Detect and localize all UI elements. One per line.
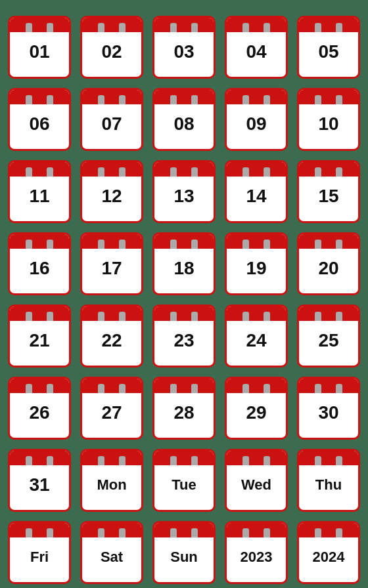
calendar-item-04[interactable]: 04 <box>225 16 288 79</box>
cal-ring-right <box>336 312 342 321</box>
cal-top-bar <box>10 306 69 321</box>
cal-ring-left <box>98 528 104 537</box>
calendar-item-sun[interactable]: Sun <box>152 521 216 584</box>
cal-ring-left <box>242 240 249 249</box>
cal-label: Wed <box>241 465 271 505</box>
cal-ring-right <box>191 312 198 321</box>
cal-ring-left <box>26 167 32 177</box>
calendar-item-fri[interactable]: Fri <box>8 521 71 584</box>
calendar-item-22[interactable]: 22 <box>80 304 143 368</box>
cal-ring-left <box>170 528 177 537</box>
cal-ring-right <box>264 312 270 321</box>
cal-ring-right <box>264 528 270 537</box>
calendar-item-2024[interactable]: 2024 <box>297 521 360 584</box>
cal-ring-right <box>119 240 126 249</box>
calendar-item-29[interactable]: 29 <box>225 377 288 440</box>
cal-ring-right <box>119 528 126 537</box>
cal-top-bar <box>299 162 358 177</box>
cal-label: Mon <box>97 465 126 505</box>
cal-label: 14 <box>246 177 266 216</box>
calendar-item-21[interactable]: 21 <box>8 304 71 368</box>
cal-ring-left <box>315 95 321 104</box>
cal-label: 05 <box>318 32 338 72</box>
calendar-grid: 0102030405060708091011121314151617181920… <box>0 7 368 588</box>
cal-ring-left <box>98 456 104 465</box>
calendar-item-06[interactable]: 06 <box>8 88 71 151</box>
cal-label: 09 <box>246 104 266 144</box>
calendar-item-thu[interactable]: Thu <box>297 449 360 512</box>
cal-ring-right <box>47 240 53 249</box>
calendar-item-2023[interactable]: 2023 <box>225 521 288 584</box>
cal-top-bar <box>299 306 358 321</box>
cal-ring-right <box>336 23 342 32</box>
calendar-item-tue[interactable]: Tue <box>152 449 216 512</box>
calendar-item-wed[interactable]: Wed <box>225 449 288 512</box>
cal-ring-right <box>264 95 270 104</box>
calendar-item-sat[interactable]: Sat <box>80 521 143 584</box>
cal-top-bar <box>227 162 286 177</box>
cal-ring-left <box>315 312 321 321</box>
cal-label: 06 <box>29 104 49 144</box>
cal-ring-left <box>26 384 32 393</box>
cal-ring-right <box>336 167 342 177</box>
calendar-item-01[interactable]: 01 <box>8 16 71 79</box>
cal-ring-left <box>170 312 177 321</box>
cal-ring-right <box>119 456 126 465</box>
cal-ring-left <box>98 240 104 249</box>
calendar-item-26[interactable]: 26 <box>8 377 71 440</box>
cal-ring-right <box>336 456 342 465</box>
calendar-item-07[interactable]: 07 <box>80 88 143 151</box>
cal-label: 13 <box>173 177 194 216</box>
cal-ring-left <box>26 528 32 537</box>
calendar-item-31[interactable]: 31 <box>8 449 71 512</box>
calendar-item-19[interactable]: 19 <box>225 232 288 295</box>
calendar-item-15[interactable]: 15 <box>297 160 360 223</box>
calendar-item-05[interactable]: 05 <box>297 16 360 79</box>
cal-ring-left <box>242 95 249 104</box>
calendar-item-08[interactable]: 08 <box>152 88 216 151</box>
calendar-item-16[interactable]: 16 <box>8 232 71 295</box>
cal-ring-left <box>26 312 32 321</box>
cal-ring-left <box>315 528 321 537</box>
cal-label: 02 <box>101 32 122 72</box>
calendar-item-03[interactable]: 03 <box>152 16 216 79</box>
calendar-item-23[interactable]: 23 <box>152 304 216 368</box>
cal-label: 10 <box>318 104 338 144</box>
cal-ring-right <box>336 240 342 249</box>
calendar-item-27[interactable]: 27 <box>80 377 143 440</box>
cal-label: 26 <box>29 393 49 432</box>
calendar-item-02[interactable]: 02 <box>80 16 143 79</box>
cal-ring-left <box>242 456 249 465</box>
cal-top-bar <box>154 451 214 465</box>
cal-ring-right <box>264 456 270 465</box>
cal-ring-left <box>315 167 321 177</box>
cal-label: Tue <box>172 465 196 505</box>
calendar-item-mon[interactable]: Mon <box>80 449 143 512</box>
calendar-item-28[interactable]: 28 <box>152 377 216 440</box>
cal-top-bar <box>10 379 69 393</box>
calendar-item-25[interactable]: 25 <box>297 304 360 368</box>
calendar-item-17[interactable]: 17 <box>80 232 143 295</box>
calendar-item-09[interactable]: 09 <box>225 88 288 151</box>
cal-label: 15 <box>318 177 338 216</box>
cal-top-bar <box>82 234 141 249</box>
cal-ring-left <box>26 240 32 249</box>
calendar-item-12[interactable]: 12 <box>80 160 143 223</box>
calendar-item-13[interactable]: 13 <box>152 160 216 223</box>
calendar-item-24[interactable]: 24 <box>225 304 288 368</box>
cal-label: 30 <box>318 393 338 432</box>
cal-ring-right <box>336 384 342 393</box>
calendar-item-20[interactable]: 20 <box>297 232 360 295</box>
cal-ring-right <box>264 23 270 32</box>
cal-label: 11 <box>29 177 49 216</box>
calendar-item-14[interactable]: 14 <box>225 160 288 223</box>
cal-top-bar <box>154 523 214 537</box>
calendar-item-10[interactable]: 10 <box>297 88 360 151</box>
cal-top-bar <box>227 90 286 104</box>
cal-ring-left <box>242 528 249 537</box>
cal-ring-right <box>47 384 53 393</box>
cal-top-bar <box>227 18 286 32</box>
calendar-item-11[interactable]: 11 <box>8 160 71 223</box>
calendar-item-18[interactable]: 18 <box>152 232 216 295</box>
calendar-item-30[interactable]: 30 <box>297 377 360 440</box>
